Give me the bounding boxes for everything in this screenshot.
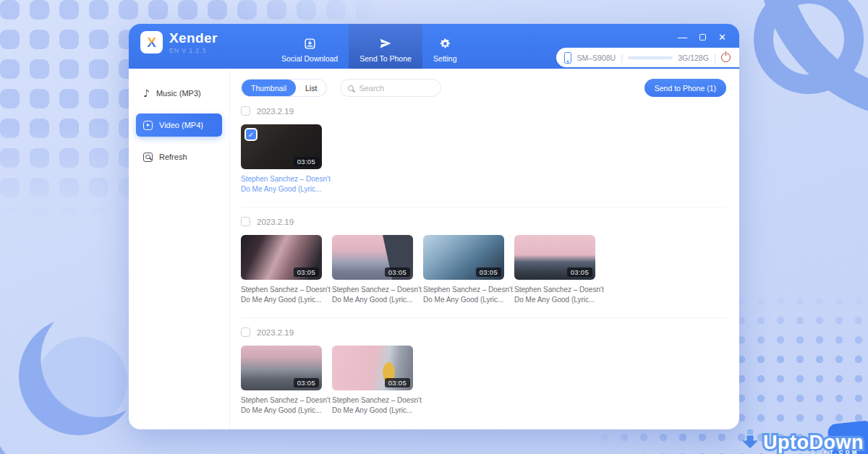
group-date: 2023.2.19 [257, 107, 294, 116]
group-header: 2023.2.19 [241, 327, 726, 337]
app-header: X Xender EN V 1.2.3 Social DownloadSend … [129, 24, 739, 69]
maximize-icon [699, 34, 706, 40]
main-content: Thumbnail List Send to Phone (1) 2023.2.… [230, 69, 739, 429]
watermark-domain: SOFT.COM [811, 450, 859, 454]
video-group: 2023.2.1903:05Stephen Sanchez – Doesn'tD… [241, 317, 726, 416]
music-note-icon: ♪ [143, 88, 150, 98]
video-duration: 03:05 [294, 378, 319, 387]
close-button[interactable]: ✕ [718, 33, 726, 42]
video-groups: 2023.2.19✓03:05Stephen Sanchez – Doesn't… [241, 106, 726, 416]
video-duration: 03:05 [567, 267, 592, 277]
video-duration: 03:05 [385, 267, 410, 277]
disconnect-power-icon[interactable] [721, 53, 731, 62]
group-header: 2023.2.19 [241, 217, 726, 226]
paper-plane-icon [379, 37, 392, 50]
video-play-icon [143, 121, 153, 130]
download-icon [304, 37, 316, 50]
xender-logo-icon: X [140, 31, 163, 53]
decor-crescent [13, 311, 143, 441]
connected-device-bar: SM–S908U | 3G/128G | [556, 48, 739, 67]
selected-checkbox-icon[interactable]: ✓ [244, 128, 258, 141]
send-to-phone-button[interactable]: Send to Phone (1) [644, 79, 726, 97]
search-input[interactable] [359, 84, 433, 93]
sidebar-item-music[interactable]: ♪Music (MP3) [136, 82, 222, 105]
video-card[interactable]: 03:05Stephen Sanchez – Doesn'tDo Me Any … [241, 346, 332, 416]
storage-text: 3G/128G [678, 53, 709, 62]
video-thumbnail: ✓03:05 [241, 124, 322, 169]
xender-window: X Xender EN V 1.2.3 Social DownloadSend … [129, 24, 739, 429]
group-date: 2023.2.19 [257, 328, 294, 337]
group-date: 2023.2.19 [257, 218, 294, 226]
search-box [340, 79, 441, 97]
app-version: EN V 1.2.3 [169, 47, 218, 54]
tab-send-to-phone[interactable]: Send To Phone [349, 24, 422, 69]
divider: | [714, 53, 716, 63]
storage-progress-bar [628, 56, 673, 59]
video-thumbnail: 03:05 [332, 346, 413, 390]
video-thumbnail: 03:05 [241, 235, 322, 280]
video-title: Stephen Sanchez – Doesn'tDo Me Any Good … [423, 285, 513, 305]
cards-row: 03:05Stephen Sanchez – Doesn'tDo Me Any … [241, 346, 726, 416]
sidebar-item-label: Video (MP4) [159, 121, 203, 129]
video-card[interactable]: ✓03:05Stephen Sanchez – Doesn'tDo Me Any… [241, 124, 332, 194]
minimize-button[interactable]: — [678, 33, 687, 42]
video-duration: 03:05 [476, 267, 501, 277]
toggle-thumbnail[interactable]: Thumbnail [242, 80, 296, 96]
window-controls: — ✕ [678, 33, 726, 42]
view-toggle: Thumbnail List [241, 79, 327, 97]
video-title: Stephen Sanchez – Doesn'tDo Me Any Good … [241, 285, 331, 305]
group-select-checkbox[interactable] [241, 217, 250, 226]
toggle-list[interactable]: List [296, 80, 326, 96]
cards-row: 03:05Stephen Sanchez – Doesn'tDo Me Any … [241, 235, 726, 305]
uptodown-logo-icon [739, 427, 762, 450]
video-title: Stephen Sanchez – Doesn'tDo Me Any Good … [332, 395, 422, 416]
divider: | [621, 53, 623, 63]
sidebar-item-refresh[interactable]: Refresh [136, 145, 222, 168]
video-thumbnail: 03:05 [514, 235, 595, 280]
video-card[interactable]: 03:05Stephen Sanchez – Doesn'tDo Me Any … [514, 235, 605, 305]
video-card[interactable]: 03:05Stephen Sanchez – Doesn'tDo Me Any … [241, 235, 332, 305]
video-card[interactable]: 03:05Stephen Sanchez – Doesn'tDo Me Any … [332, 235, 423, 305]
cards-row: ✓03:05Stephen Sanchez – Doesn'tDo Me Any… [241, 124, 726, 194]
video-duration: 03:05 [294, 267, 319, 277]
sidebar-item-video[interactable]: Video (MP4) [136, 113, 222, 137]
video-duration: 03:05 [294, 157, 319, 166]
video-card[interactable]: 03:05Stephen Sanchez – Doesn'tDo Me Any … [423, 235, 514, 305]
decor-arc [757, 0, 868, 121]
uptodown-watermark: UptoDown UptoDown SOFT.COM [739, 427, 864, 453]
video-title: Stephen Sanchez – Doesn'tDo Me Any Good … [241, 395, 331, 416]
video-title: Stephen Sanchez – Doesn'tDo Me Any Good … [514, 285, 604, 305]
sidebar: ♪Music (MP3)Video (MP4)Refresh [129, 69, 230, 429]
video-group: 2023.2.19✓03:05Stephen Sanchez – Doesn't… [241, 106, 726, 194]
group-select-checkbox[interactable] [241, 106, 250, 116]
phone-icon [564, 52, 571, 64]
refresh-search-icon [143, 153, 153, 162]
sidebar-item-label: Music (MP3) [156, 89, 201, 98]
header-tabs: Social DownloadSend To PhoneSetting [271, 24, 468, 69]
video-card[interactable]: 03:05Stephen Sanchez – Doesn'tDo Me Any … [332, 346, 423, 416]
video-thumbnail: 03:05 [423, 235, 504, 280]
video-duration: 03:05 [385, 378, 410, 387]
decor-ring [754, 0, 864, 94]
video-group: 2023.2.1903:05Stephen Sanchez – Doesn'tD… [241, 207, 726, 305]
maximize-button[interactable] [699, 33, 706, 42]
toolbar: Thumbnail List Send to Phone (1) [241, 79, 726, 97]
app-logo: X Xender EN V 1.2.3 [140, 31, 218, 54]
video-thumbnail: 03:05 [241, 346, 322, 390]
tab-label: Social Download [281, 54, 338, 63]
tab-label: Setting [433, 54, 457, 63]
sidebar-item-label: Refresh [159, 153, 187, 161]
decor-circle [38, 337, 127, 427]
tab-social-download[interactable]: Social Download [271, 24, 349, 69]
decor-corner-arc [0, 403, 59, 454]
app-body: ♪Music (MP3)Video (MP4)Refresh Thumbnail… [129, 69, 739, 429]
search-icon [348, 85, 354, 91]
tab-setting[interactable]: Setting [422, 24, 468, 69]
group-select-checkbox[interactable] [241, 327, 250, 337]
gear-icon [439, 37, 451, 50]
tab-label: Send To Phone [359, 54, 412, 63]
group-header: 2023.2.19 [241, 106, 726, 116]
video-thumbnail: 03:05 [332, 235, 413, 280]
device-name: SM–S908U [576, 53, 616, 62]
app-name: Xender [169, 31, 218, 46]
